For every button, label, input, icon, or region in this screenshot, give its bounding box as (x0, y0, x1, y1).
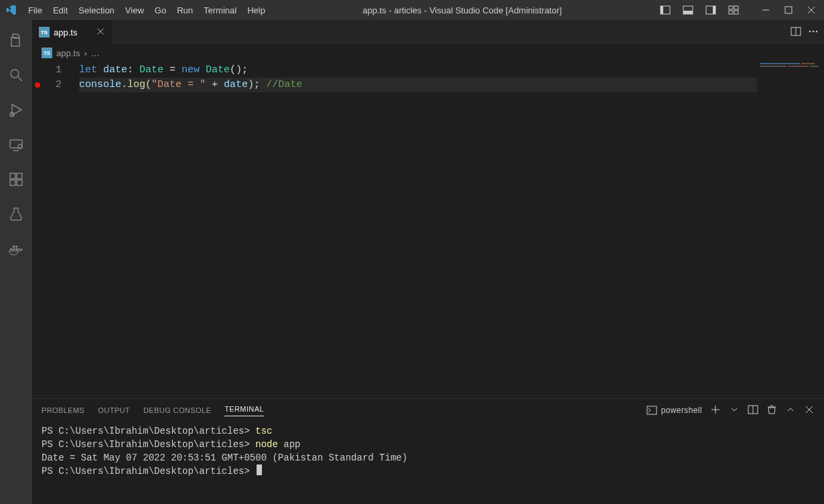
svg-point-35 (813, 30, 815, 32)
svg-rect-1 (661, 6, 663, 14)
editor-actions (791, 20, 824, 44)
kill-terminal-icon[interactable] (766, 404, 777, 417)
typescript-icon: TS (39, 27, 50, 37)
tab-app-ts[interactable]: TS app.ts (32, 20, 113, 44)
panel-chevron-up-icon[interactable] (785, 404, 796, 417)
activity-extensions[interactable] (0, 163, 32, 195)
code-line-1: let date: Date = new Date(); (79, 63, 824, 78)
terminal-shell-selector[interactable]: powershell (646, 405, 702, 416)
activity-testing[interactable] (0, 198, 32, 230)
svg-rect-18 (10, 140, 22, 148)
activity-search[interactable] (0, 59, 32, 91)
line-number: 1 (32, 63, 79, 78)
svg-rect-28 (13, 246, 15, 248)
svg-point-34 (809, 30, 811, 32)
svg-rect-27 (15, 248, 17, 250)
menu-file[interactable]: File (23, 0, 48, 20)
svg-rect-23 (10, 180, 15, 185)
code-line-2: console.log("Date = " + date); //Date (79, 78, 824, 92)
code-area[interactable]: let date: Date = new Date(); console.log… (79, 62, 824, 398)
terminal-icon (646, 405, 657, 416)
terminal-cursor (257, 465, 262, 475)
panel-tab-terminal[interactable]: TERMINAL (224, 405, 264, 416)
new-terminal-icon[interactable] (710, 404, 721, 417)
terminal-output[interactable]: PS C:\Users\Ibrahim\Desktop\articles> ts… (32, 422, 824, 504)
main-area: TS app.ts TS app.ts › … 1 2 (0, 20, 824, 504)
vscode-logo (0, 0, 23, 20)
bottom-panel: PROBLEMS OUTPUT DEBUG CONSOLE TERMINAL p… (32, 398, 824, 504)
breadcrumb-file: app.ts (56, 48, 80, 58)
line-gutter: 1 2 (32, 62, 79, 398)
customize-layout-icon[interactable] (722, 0, 745, 20)
menu-terminal[interactable]: Terminal (198, 0, 242, 20)
code-editor[interactable]: 1 2 let date: Date = new Date(); console… (32, 62, 824, 398)
activity-explorer[interactable] (0, 24, 32, 56)
activity-run-debug[interactable] (0, 94, 32, 126)
window-maximize-icon[interactable] (777, 0, 800, 20)
svg-rect-6 (729, 6, 733, 9)
svg-rect-11 (785, 7, 792, 13)
svg-rect-24 (17, 180, 22, 185)
svg-rect-22 (17, 173, 22, 179)
activity-docker[interactable] (0, 233, 32, 265)
menu-go[interactable]: Go (149, 0, 171, 20)
panel-close-icon[interactable] (804, 404, 815, 417)
tab-label: app.ts (54, 27, 77, 37)
line-number: 2 (32, 78, 79, 92)
svg-rect-26 (13, 248, 15, 250)
minimap[interactable] (757, 62, 824, 398)
svg-rect-21 (10, 173, 15, 179)
svg-rect-5 (713, 6, 715, 14)
layout-controls (654, 0, 745, 20)
more-actions-icon[interactable] (808, 26, 819, 39)
svg-rect-3 (683, 11, 693, 14)
activity-remote[interactable] (0, 129, 32, 161)
toggle-sidebar-left-icon[interactable] (654, 0, 677, 20)
svg-rect-9 (734, 11, 738, 14)
breadcrumb-separator: › (84, 48, 86, 58)
menu-view[interactable]: View (120, 0, 149, 20)
window-controls (754, 0, 823, 20)
menu-help[interactable]: Help (242, 0, 271, 20)
menu-run[interactable]: Run (171, 0, 198, 20)
panel-tab-problems[interactable]: PROBLEMS (42, 406, 84, 414)
panel-tab-debug-console[interactable]: DEBUG CONSOLE (143, 406, 211, 414)
panel-tab-output[interactable]: OUTPUT (98, 406, 130, 414)
window-minimize-icon[interactable] (754, 0, 777, 20)
terminal-dropdown-icon[interactable] (729, 404, 740, 417)
svg-point-36 (816, 30, 818, 32)
tab-close-icon[interactable] (96, 27, 105, 38)
toggle-sidebar-right-icon[interactable] (699, 0, 722, 20)
window-close-icon[interactable] (800, 0, 823, 20)
svg-rect-7 (734, 6, 738, 9)
menu-edit[interactable]: Edit (48, 0, 73, 20)
menu-bar: File Edit Selection View Go Run Terminal… (23, 0, 271, 20)
editor-tabs: TS app.ts (32, 20, 824, 44)
titlebar-right (654, 0, 824, 20)
svg-rect-37 (647, 406, 657, 414)
svg-rect-29 (15, 246, 17, 248)
panel-tabs: PROBLEMS OUTPUT DEBUG CONSOLE TERMINAL p… (32, 399, 824, 422)
svg-rect-8 (729, 11, 733, 14)
title-bar: File Edit Selection View Go Run Terminal… (0, 0, 824, 20)
window-title: app.ts - articles - Visual Studio Code [… (271, 5, 654, 15)
panel-actions: powershell (646, 404, 815, 417)
typescript-icon: TS (42, 48, 52, 58)
menu-selection[interactable]: Selection (73, 0, 119, 20)
breadcrumb[interactable]: TS app.ts › … (32, 44, 824, 62)
svg-point-14 (11, 70, 19, 78)
toggle-panel-icon[interactable] (677, 0, 699, 20)
split-editor-icon[interactable] (791, 26, 801, 39)
activity-bar (0, 20, 32, 504)
terminal-shell-name: powershell (661, 406, 702, 415)
split-terminal-icon[interactable] (748, 404, 758, 417)
editor-group: TS app.ts TS app.ts › … 1 2 (32, 20, 824, 504)
svg-rect-25 (10, 248, 12, 250)
breadcrumb-more: … (91, 48, 100, 58)
svg-line-15 (18, 77, 22, 81)
